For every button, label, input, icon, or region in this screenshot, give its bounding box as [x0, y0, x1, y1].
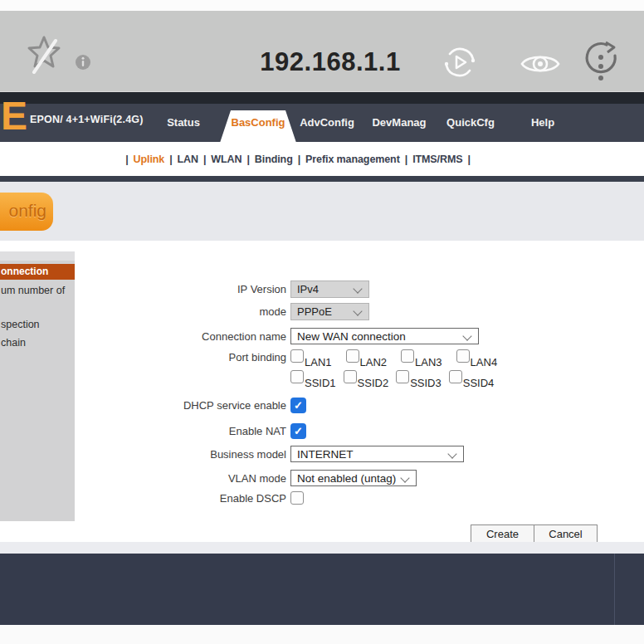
business-model-value: INTERNET	[297, 448, 354, 461]
connection-name-select[interactable]: New WAN connection	[290, 328, 479, 344]
ip-version-select[interactable]: IPv4	[290, 281, 369, 298]
row-enable-nat: Enable NAT	[0, 423, 644, 439]
business-model-label: Business model	[0, 448, 290, 461]
connection-name-label: Connection name	[0, 330, 290, 343]
ssid3-label: SSID3	[410, 377, 442, 389]
subnav-item-uplink[interactable]: Uplink	[134, 154, 165, 165]
chevron-down-icon	[400, 473, 409, 482]
vlan-mode-label: VLAN mode	[0, 472, 290, 485]
chevron-down-icon	[447, 449, 456, 458]
row-ip-version: IP Version IPv4	[0, 281, 644, 298]
footer-divider	[614, 554, 615, 625]
browser-toolbar: 192.168.1.1	[0, 11, 644, 91]
tab-devmanag[interactable]: DevManag	[372, 116, 426, 129]
row-vlan-mode: VLAN mode Not enabled (untag)	[0, 470, 644, 486]
ssid2-checkbox[interactable]	[344, 370, 357, 383]
bottom-gap	[0, 625, 644, 644]
lan2-label: LAN2	[360, 356, 388, 368]
port-binding-option: LAN1	[290, 349, 332, 368]
separator: |	[125, 154, 128, 165]
eye-reader-icon[interactable]	[520, 51, 561, 77]
tab-status[interactable]: Status	[167, 116, 200, 129]
enable-nat-label: Enable NAT	[0, 425, 290, 437]
separator: |	[467, 154, 470, 165]
lan4-checkbox[interactable]	[456, 349, 470, 363]
port-binding-option: SSID3	[396, 370, 442, 389]
ssid1-checkbox[interactable]	[290, 370, 304, 383]
dhcp-service-label: DHCP service enable	[0, 399, 290, 412]
ip-version-value: IPv4	[297, 283, 319, 295]
info-icon[interactable]	[75, 54, 91, 71]
dhcp-service-checkbox[interactable]	[290, 398, 306, 413]
chevron-down-icon	[353, 284, 362, 293]
lan4-label: LAN4	[471, 356, 498, 368]
enable-dscp-checkbox[interactable]	[290, 491, 304, 505]
mode-select[interactable]: PPPoE	[290, 303, 369, 320]
row-port-binding-ssid: SSID1 SSID2 SSID3 SSID4	[0, 370, 644, 389]
separator: |	[169, 154, 172, 165]
content-bottom-strip	[0, 542, 644, 554]
subnav-item-itms-rms[interactable]: ITMS/RMS	[412, 154, 462, 165]
section-divider	[0, 176, 644, 182]
mode-value: PPPoE	[297, 305, 332, 318]
cancel-button[interactable]: Cancel	[534, 524, 598, 543]
port-binding-option: SSID4	[449, 370, 495, 389]
row-business-model: Business model INTERNET	[0, 446, 644, 462]
port-binding-option: LAN4	[456, 349, 498, 368]
port-binding-option: SSID1	[290, 370, 336, 389]
address-bar-url[interactable]: 192.168.1.1	[222, 47, 438, 77]
mode-label: mode	[0, 305, 290, 318]
lan3-label: LAN3	[415, 356, 442, 368]
config-page-button[interactable]: onfig	[0, 193, 53, 231]
separator: |	[405, 154, 407, 165]
nav-top-strip	[0, 91, 644, 104]
lan1-label: LAN1	[305, 356, 332, 368]
ssid1-label: SSID1	[305, 377, 336, 389]
row-enable-dscp: Enable DSCP	[0, 491, 644, 505]
tab-quickcfg[interactable]: QuickCfg	[446, 116, 495, 129]
subnav-item-lan[interactable]: LAN	[178, 154, 198, 165]
lan3-checkbox[interactable]	[401, 349, 414, 363]
row-port-binding-lan: Port binding LAN1 LAN2 LAN3 LAN4	[0, 349, 644, 368]
ssid4-checkbox[interactable]	[449, 370, 462, 383]
enable-nat-checkbox[interactable]	[290, 423, 306, 439]
footer-band	[0, 554, 644, 625]
separator: |	[298, 154, 300, 165]
tab-advconfig[interactable]: AdvConfig	[300, 116, 354, 129]
port-binding-label: Port binding	[0, 351, 290, 363]
brand-logo: E	[1, 95, 27, 138]
lan2-checkbox[interactable]	[346, 349, 359, 363]
tab-help[interactable]: Help	[531, 116, 554, 129]
ip-version-label: IP Version	[0, 283, 290, 295]
separator: |	[246, 154, 249, 165]
vlan-mode-select[interactable]: Not enabled (untag)	[290, 470, 417, 486]
subnav-item-binding[interactable]: Binding	[255, 154, 293, 165]
subnav-breadcrumb: | Uplink | LAN | WLAN | Binding | Prefix…	[0, 142, 644, 176]
row-dhcp-service: DHCP service enable	[0, 398, 644, 413]
page-header-band	[0, 182, 644, 241]
chevron-down-icon	[353, 306, 362, 315]
subnav-item-wlan[interactable]: WLAN	[211, 154, 242, 165]
vlan-mode-value: Not enabled (untag)	[297, 472, 396, 485]
subnav-item-prefix-management[interactable]: Prefix management	[305, 154, 400, 165]
connection-name-value: New WAN connection	[297, 330, 406, 343]
ssid4-label: SSID4	[463, 377, 495, 389]
refresh-icon[interactable]	[584, 41, 619, 82]
ssid2-label: SSID2	[358, 377, 389, 389]
ssid3-checkbox[interactable]	[396, 370, 409, 383]
lan1-checkbox[interactable]	[290, 349, 304, 363]
row-mode: mode PPPoE	[0, 303, 644, 320]
bookmark-star-slash-icon[interactable]	[26, 34, 62, 74]
tab-basconfig[interactable]: BasConfig	[232, 116, 285, 129]
create-button[interactable]: Create	[471, 524, 534, 543]
enable-dscp-label: Enable DSCP	[0, 492, 290, 505]
form-actions: Create Cancel	[0, 524, 644, 543]
port-binding-option: SSID2	[344, 370, 389, 389]
row-connection-name: Connection name New WAN connection	[0, 328, 644, 344]
port-binding-option: LAN3	[401, 349, 442, 368]
port-binding-option: LAN2	[346, 349, 388, 368]
business-model-select[interactable]: INTERNET	[290, 446, 464, 462]
video-refresh-icon[interactable]	[440, 42, 480, 82]
wan-connection-form: IP Version IPv4 mode PPPoE Connection na…	[0, 241, 644, 543]
router-admin-screen: 192.168.1.1 E EPON/ 4+1+WiFi(2.4G) Statu…	[0, 0, 644, 644]
